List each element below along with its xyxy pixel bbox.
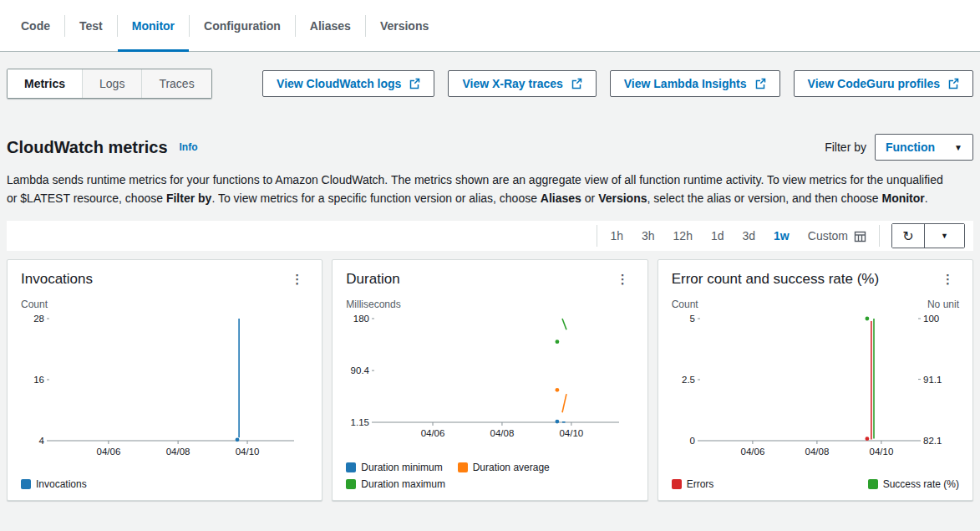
svg-text:04/08: 04/08 [490, 428, 515, 438]
tab-configuration[interactable]: Configuration [190, 0, 295, 51]
tab-monitor[interactable]: Monitor [118, 0, 189, 51]
legend-swatch [458, 462, 468, 472]
button-label: View CloudWatch logs [277, 77, 401, 90]
svg-text:04/08: 04/08 [166, 447, 190, 457]
external-link-icon [409, 78, 420, 89]
chart-legend: Duration minimum Duration average Durati… [346, 457, 633, 490]
time-range-group: 1h 3h 12h 1d 3d 1w Custom [597, 225, 880, 247]
legend-label: Invocations [36, 478, 87, 490]
axis-unit-row: Count No unit [672, 299, 959, 310]
svg-text:16: 16 [33, 375, 44, 385]
legend-item[interactable]: Duration minimum [346, 462, 442, 473]
time-range-1h[interactable]: 1h [601, 229, 632, 243]
external-link-icon [571, 78, 582, 89]
refresh-split-button: ↻ ▼ [891, 223, 965, 248]
error-success-card: Error count and success rate (%) ⋮ Count… [658, 259, 973, 501]
svg-text:04/08: 04/08 [805, 447, 829, 457]
axis-unit-row: Milliseconds [346, 299, 633, 310]
legend-item[interactable]: Success rate (%) [868, 478, 959, 490]
legend-label: Duration minimum [361, 462, 442, 473]
refresh-options-button[interactable]: ▼ [924, 224, 964, 248]
svg-text:04/06: 04/06 [97, 447, 121, 457]
time-range-3h[interactable]: 3h [632, 229, 664, 243]
external-link-icon [947, 78, 959, 89]
monitor-panel: Metrics Logs Traces View CloudWatch logs… [0, 69, 980, 251]
svg-text:180: 180 [353, 314, 369, 324]
error-success-chart[interactable]: 52.5010091.182.104/0604/0804/10 [672, 312, 955, 462]
intro-segment: . To view metrics for a specific functio… [211, 191, 540, 205]
calendar-icon [854, 230, 866, 243]
time-range-1w[interactable]: 1w [764, 229, 799, 243]
intro-segment-bold: Filter by [166, 191, 211, 205]
duration-card: Duration ⋮ Milliseconds 18090.41.1504/06… [332, 259, 647, 501]
card-header: Error count and success rate (%) ⋮ [672, 270, 959, 288]
legend-swatch [346, 479, 356, 489]
time-range-custom[interactable]: Custom [799, 229, 876, 243]
time-range-1d[interactable]: 1d [702, 229, 734, 243]
chart-title: Duration [346, 271, 399, 288]
tab-versions[interactable]: Versions [366, 0, 443, 51]
chart-menu-button[interactable]: ⋮ [937, 270, 959, 288]
chart-legend: Invocations [21, 473, 308, 490]
svg-text:82.1: 82.1 [923, 436, 942, 446]
monitor-toolbar: Metrics Logs Traces View CloudWatch logs… [7, 69, 973, 99]
legend-item[interactable]: Duration maximum [346, 478, 445, 490]
custom-label: Custom [808, 229, 848, 243]
time-range-3d[interactable]: 3d [734, 229, 765, 243]
svg-text:04/10: 04/10 [236, 447, 260, 457]
chart-menu-button[interactable]: ⋮ [286, 270, 308, 288]
intro-segment-bold: Monitor [881, 191, 924, 205]
duration-chart[interactable]: 18090.41.1504/0604/0804/10 [346, 312, 629, 444]
tab-aliases[interactable]: Aliases [296, 0, 365, 51]
svg-text:100: 100 [923, 314, 939, 324]
function-tabbar: Code Test Monitor Configuration Aliases … [0, 0, 980, 52]
card-header: Duration ⋮ [346, 270, 633, 288]
button-label: View X-Ray traces [462, 77, 562, 90]
chart-title: Error count and success rate (%) [672, 271, 879, 288]
legend-item[interactable]: Duration average [458, 462, 550, 473]
svg-text:04/06: 04/06 [740, 447, 764, 457]
subtab-metrics[interactable]: Metrics [8, 69, 82, 98]
intro-segment-bold: Aliases [541, 191, 581, 205]
chevron-down-icon: ▼ [941, 232, 948, 240]
card-header: Invocations ⋮ [21, 270, 308, 288]
external-link-icon [754, 78, 766, 89]
button-label: View Lambda Insights [624, 77, 747, 90]
legend-label: Success rate (%) [883, 478, 959, 490]
left-axis-unit: Milliseconds [346, 299, 400, 310]
chevron-down-icon: ▼ [954, 143, 962, 152]
time-range-12h[interactable]: 12h [664, 229, 702, 243]
intro-segment: or [581, 191, 598, 205]
intro-segment: , select the alias or version, and then … [647, 191, 882, 205]
legend-swatch [21, 479, 31, 489]
legend-swatch [346, 462, 356, 472]
view-codeguru-profiles-button[interactable]: View CodeGuru profiles [794, 70, 973, 97]
tab-test[interactable]: Test [65, 0, 117, 51]
info-link[interactable]: Info [180, 141, 198, 153]
chart-menu-button[interactable]: ⋮ [612, 270, 634, 288]
subtab-logs[interactable]: Logs [82, 69, 141, 98]
filter-by-label: Filter by [825, 140, 866, 154]
legend-label: Errors [687, 478, 714, 490]
view-xray-traces-button[interactable]: View X-Ray traces [448, 70, 596, 97]
chart-legend: Errors Success rate (%) [672, 473, 959, 490]
svg-text:04/10: 04/10 [560, 428, 584, 438]
view-lambda-insights-button[interactable]: View Lambda Insights [610, 70, 780, 97]
svg-text:91.1: 91.1 [923, 375, 942, 385]
filter-function-dropdown[interactable]: Function ▼ [875, 134, 973, 161]
svg-text:04/06: 04/06 [421, 428, 445, 438]
subtab-traces[interactable]: Traces [141, 69, 211, 98]
section-header: CloudWatch metrics Info Filter by Functi… [7, 134, 973, 161]
svg-text:5: 5 [689, 314, 694, 324]
right-axis-unit: No unit [927, 299, 959, 310]
intro-segment: . [925, 191, 928, 205]
invocations-chart[interactable]: 2816404/0604/0804/10 [21, 312, 304, 462]
legend-item[interactable]: Errors [672, 478, 714, 490]
tab-code[interactable]: Code [7, 0, 64, 51]
svg-text:28: 28 [33, 314, 44, 324]
invocations-card: Invocations ⋮ Count 2816404/0604/0804/10… [7, 259, 322, 501]
view-cloudwatch-logs-button[interactable]: View CloudWatch logs [262, 70, 434, 97]
legend-item[interactable]: Invocations [21, 478, 87, 490]
svg-text:2.5: 2.5 [682, 375, 695, 385]
refresh-button[interactable]: ↻ [892, 224, 924, 248]
